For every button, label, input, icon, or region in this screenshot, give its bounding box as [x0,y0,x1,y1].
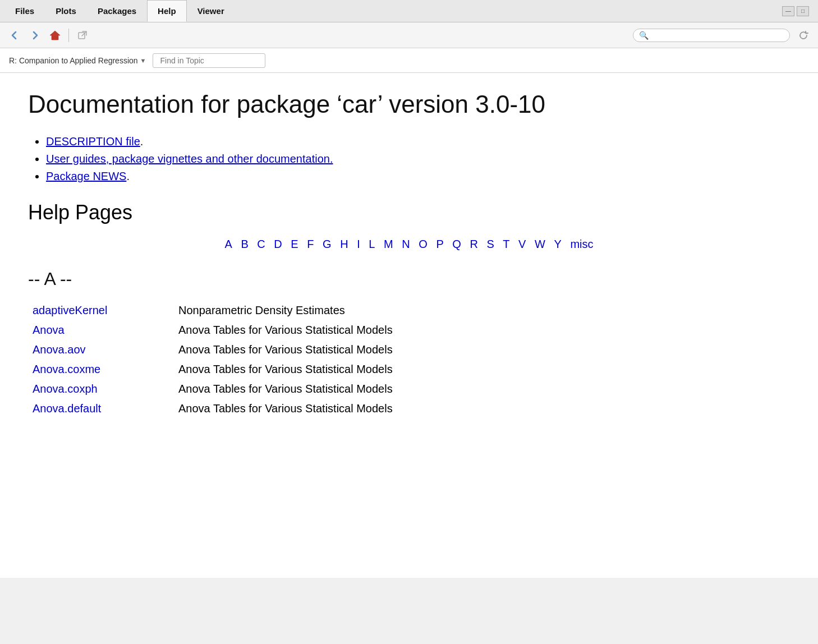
tabs-container: Files Plots Packages Help Viewer [4,0,235,22]
table-row: Anova.coxme Anova Tables for Various Sta… [28,360,790,379]
topic-bar: R: Companion to Applied Regression ▼ [0,48,818,73]
list-item: Package NEWS. [46,170,790,183]
entry-Anova-coxme-link[interactable]: Anova.coxme [33,363,100,375]
table-row: Anova Anova Tables for Various Statistic… [28,320,790,340]
window-controls: — □ [782,0,814,22]
help-entries-table: adaptiveKernel Nonparametric Density Est… [28,301,790,418]
table-row: Anova.coxph Anova Tables for Various Sta… [28,379,790,399]
table-row: Anova.default Anova Tables for Various S… [28,399,790,418]
doc-title: Documentation for package ‘car’ version … [28,90,790,119]
refresh-button[interactable] [794,27,812,43]
entry-Anova-desc: Anova Tables for Various Statistical Mod… [174,320,790,340]
user-guides-link[interactable]: User guides, package vignettes and other… [46,153,333,165]
entry-Anova-coxph-link[interactable]: Anova.coxph [33,383,98,395]
alpha-G[interactable]: G [323,238,332,250]
alpha-A[interactable]: A [225,238,232,250]
tab-plots[interactable]: Plots [45,0,87,22]
alpha-V[interactable]: V [518,238,526,250]
alpha-P[interactable]: P [436,238,443,250]
find-in-topic-input[interactable] [153,53,265,68]
entry-adaptiveKernel-desc: Nonparametric Density Estimates [174,301,790,320]
alpha-T[interactable]: T [503,238,509,250]
tab-help[interactable]: Help [147,0,187,22]
package-news-link[interactable]: Package NEWS [46,170,126,182]
list-item: User guides, package vignettes and other… [46,153,790,165]
maximize-button[interactable]: □ [797,6,809,16]
svg-rect-1 [54,36,57,40]
home-button[interactable] [46,27,64,43]
tab-packages[interactable]: Packages [87,0,147,22]
entry-Anova-default-desc: Anova Tables for Various Statistical Mod… [174,399,790,418]
alpha-D[interactable]: D [274,238,282,250]
alpha-H[interactable]: H [340,238,348,250]
alpha-L[interactable]: L [369,238,375,250]
open-browser-button[interactable] [73,27,91,43]
table-row: Anova.aov Anova Tables for Various Stati… [28,340,790,360]
alpha-F[interactable]: F [307,238,314,250]
search-box[interactable]: 🔍 [633,29,790,42]
alpha-W[interactable]: W [535,238,545,250]
entry-Anova-aov-desc: Anova Tables for Various Statistical Mod… [174,340,790,360]
alpha-N[interactable]: N [402,238,410,250]
tab-viewer[interactable]: Viewer [187,0,235,22]
link-suffix-0: . [140,135,144,148]
nav-separator [68,29,69,42]
alpha-misc[interactable]: misc [570,238,593,250]
back-button[interactable] [6,27,24,43]
topic-label-text: R: Companion to Applied Regression [9,56,138,65]
nav-bar: 🔍 [0,22,818,48]
alpha-M[interactable]: M [384,238,393,250]
entry-Anova-aov-link[interactable]: Anova.aov [33,343,86,356]
entry-Anova-coxph-desc: Anova Tables for Various Statistical Mod… [174,379,790,399]
entry-Anova-link[interactable]: Anova [33,324,65,336]
link-suffix-2: . [126,170,130,182]
search-input[interactable] [652,31,784,40]
tab-files[interactable]: Files [4,0,45,22]
topic-selector[interactable]: R: Companion to Applied Regression ▼ [9,56,146,65]
alpha-O[interactable]: O [419,238,428,250]
tab-bar: Files Plots Packages Help Viewer — □ [0,0,818,22]
alpha-I[interactable]: I [357,238,360,250]
alpha-E[interactable]: E [291,238,298,250]
entry-Anova-coxme-desc: Anova Tables for Various Statistical Mod… [174,360,790,379]
alpha-C[interactable]: C [257,238,265,250]
links-list: DESCRIPTION file. User guides, package v… [28,135,790,183]
minimize-button[interactable]: — [782,6,794,16]
alpha-Q[interactable]: Q [452,238,461,250]
list-item: DESCRIPTION file. [46,135,790,148]
alphabet-nav: A B C D E F G H I L M N O P Q R S T V W … [28,238,790,251]
table-row: adaptiveKernel Nonparametric Density Est… [28,301,790,320]
help-pages-heading: Help Pages [28,201,790,224]
alpha-Y[interactable]: Y [554,238,561,250]
alpha-S[interactable]: S [486,238,494,250]
topic-dropdown-arrow: ▼ [140,57,146,64]
section-a-heading: -- A -- [28,269,790,289]
description-file-link[interactable]: DESCRIPTION file [46,135,140,148]
entry-adaptiveKernel-link[interactable]: adaptiveKernel [33,304,107,316]
alpha-R[interactable]: R [470,238,477,250]
search-icon: 🔍 [639,31,649,40]
entry-Anova-default-link[interactable]: Anova.default [33,402,101,415]
content-area: Documentation for package ‘car’ version … [0,73,818,578]
alpha-B[interactable]: B [241,238,248,250]
forward-button[interactable] [26,27,44,43]
